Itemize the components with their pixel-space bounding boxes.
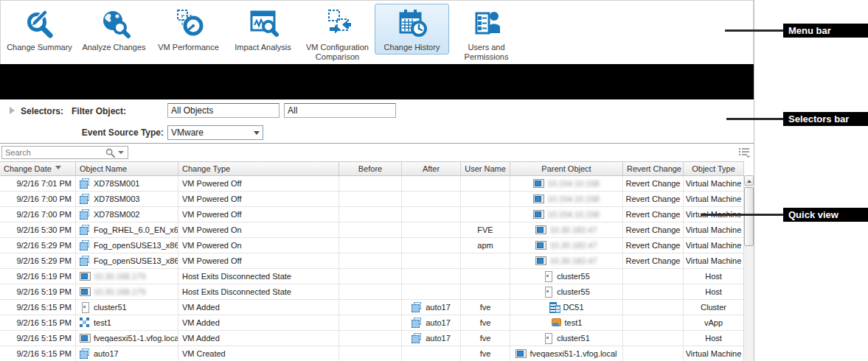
cell bbox=[339, 331, 402, 346]
cell: Fog_openSUSE13_x86 bbox=[76, 238, 178, 253]
column-header-before[interactable]: Before bbox=[339, 162, 402, 175]
column-chooser-icon[interactable] bbox=[738, 147, 750, 158]
host-icon bbox=[535, 256, 546, 266]
revert-change-link[interactable]: Revert Change bbox=[623, 192, 684, 206]
column-header-user-name[interactable]: User Name bbox=[461, 162, 510, 175]
search-icon[interactable] bbox=[105, 148, 115, 158]
revert-change-link[interactable]: Revert Change bbox=[623, 238, 684, 253]
event-source-type-select[interactable]: VMware bbox=[167, 125, 263, 140]
search-options-caret-icon[interactable] bbox=[118, 151, 124, 154]
cell: cluster51 bbox=[76, 300, 178, 315]
host-icon bbox=[535, 240, 546, 250]
menu-item-vm-configuration-comparison[interactable]: VM Configuration Comparison bbox=[300, 4, 375, 64]
filter-object-input-2[interactable] bbox=[284, 103, 396, 118]
event-source-type-label: Event Source Type: bbox=[72, 127, 164, 138]
cell-text: Fog_RHEL_6.0_EN_x64 bbox=[94, 222, 178, 237]
table-row[interactable]: 9/2/16 7:01 PMXD78SM001VM Powered Off10.… bbox=[0, 176, 744, 192]
cell: Fog_RHEL_6.0_EN_x64 bbox=[76, 222, 178, 237]
cell bbox=[339, 269, 402, 284]
revert-change-link[interactable]: Revert Change bbox=[623, 253, 684, 268]
table-row[interactable]: 9/2/16 5:15 PMfveqaesxi51-1.vfog.localVM… bbox=[0, 331, 744, 346]
cell: 9/2/16 7:01 PM bbox=[0, 176, 76, 191]
cluster-icon bbox=[543, 271, 554, 281]
menu-item-analyze-changes[interactable]: Analyze Changes bbox=[77, 4, 151, 55]
menu-item-change-history[interactable]: Change History bbox=[375, 4, 449, 55]
cell bbox=[339, 253, 402, 268]
revert-change-link[interactable]: Revert Change bbox=[623, 207, 684, 222]
host-icon bbox=[533, 209, 544, 220]
vertical-scrollbar[interactable] bbox=[743, 175, 754, 361]
menu-item-users-and-permissions[interactable]: Users and Permissions bbox=[449, 4, 524, 64]
cell bbox=[623, 346, 684, 361]
table-row[interactable]: 9/2/16 5:19 PM10.30.168.179Host Exits Di… bbox=[0, 269, 744, 284]
cell bbox=[402, 346, 461, 361]
column-header-object-name[interactable]: Object Name bbox=[76, 162, 178, 175]
menu-item-impact-analysis[interactable]: Impact Analysis bbox=[226, 4, 300, 55]
cell-text: auto17 bbox=[94, 346, 119, 361]
calendar-clock-icon bbox=[395, 7, 429, 41]
selectors-bar: Selectors: Filter Object: Event Source T… bbox=[0, 99, 754, 144]
menu-bar-callout-line bbox=[725, 29, 784, 32]
table-row[interactable]: 9/2/16 5:15 PMtest1VM Addedauto17fvetest… bbox=[0, 315, 744, 331]
scroll-up-button[interactable] bbox=[744, 175, 754, 186]
table-row[interactable]: 9/2/16 7:00 PMXD78SM002VM Powered Off10.… bbox=[0, 207, 744, 222]
revert-change-link[interactable]: Revert Change bbox=[623, 222, 684, 237]
vm-icon bbox=[80, 240, 91, 250]
cell: apm bbox=[461, 238, 510, 253]
cell bbox=[339, 176, 402, 191]
cell: cluster51 bbox=[510, 331, 623, 346]
cell bbox=[623, 269, 684, 284]
cell: VM Powered Off bbox=[178, 176, 339, 191]
vm-compare-arrows-icon bbox=[321, 7, 355, 41]
menu-item-vm-performance[interactable]: VM Performance bbox=[151, 4, 226, 55]
cell bbox=[461, 207, 510, 222]
column-header-change-type[interactable]: Change Type bbox=[178, 162, 339, 175]
column-header-parent-object[interactable]: Parent Object bbox=[510, 162, 623, 175]
table-row[interactable]: 9/2/16 5:29 PMFog_openSUSE13_x86VM Power… bbox=[0, 238, 744, 253]
cell-text: 10.30.168.179 bbox=[94, 284, 145, 299]
search-input[interactable] bbox=[2, 147, 105, 158]
cell-text: XD78SM002 bbox=[94, 207, 139, 222]
selectors-bar-callout-line bbox=[726, 118, 784, 120]
host-icon bbox=[515, 348, 527, 359]
menu-item-label: VM Performance bbox=[158, 43, 219, 52]
table-row[interactable]: 9/2/16 7:00 PMXD78SM003VM Powered Off10.… bbox=[0, 192, 744, 207]
column-header-object-type[interactable]: Object Type bbox=[684, 162, 744, 175]
revert-change-link[interactable]: Revert Change bbox=[623, 176, 684, 191]
quick-view-callout-line bbox=[701, 214, 784, 216]
cell-text: cluster51 bbox=[94, 300, 127, 315]
table-row[interactable]: 9/2/16 5:15 PMauto17VM Createdfvefveqaes… bbox=[0, 346, 744, 361]
column-header-change-date[interactable]: Change Date bbox=[0, 162, 76, 175]
event-source-type-value: VMware bbox=[171, 127, 204, 138]
cell: 10.154.10.158 bbox=[510, 176, 623, 191]
cell: FVE bbox=[461, 222, 510, 237]
menu-item-change-summary[interactable]: Change Summary bbox=[2, 4, 77, 55]
cell: test1 bbox=[76, 315, 178, 330]
table-row[interactable]: 9/2/16 5:29 PMFog_openSUSE13_x86VM Power… bbox=[0, 253, 744, 269]
scrollbar-thumb[interactable] bbox=[744, 187, 754, 246]
filter-object-input-1[interactable] bbox=[167, 103, 280, 118]
cell bbox=[339, 222, 402, 237]
cell: fveqaesxi51-1.vfog.local bbox=[510, 346, 623, 361]
host-icon bbox=[535, 225, 546, 235]
column-header-revert-change[interactable]: Revert Change bbox=[623, 162, 684, 175]
cell: 10.154.10.158 bbox=[510, 207, 623, 222]
cell: VM Powered Off bbox=[178, 207, 339, 222]
expander-icon[interactable] bbox=[10, 107, 15, 114]
cell: 10.30.168.179 bbox=[76, 269, 178, 284]
change-history-screen: Change Summary Analyze Changes bbox=[0, 0, 868, 361]
cell-text: 10.154.10.158 bbox=[547, 176, 599, 191]
cell bbox=[339, 207, 402, 222]
table-row[interactable]: 9/2/16 5:15 PMcluster51VM Addedauto17fve… bbox=[0, 300, 744, 315]
cell: Virtual Machine bbox=[684, 192, 744, 206]
cell: auto17 bbox=[402, 315, 461, 330]
cell bbox=[402, 222, 461, 237]
cell: vApp bbox=[684, 315, 744, 330]
column-header-after[interactable]: After bbox=[402, 162, 461, 175]
cell bbox=[461, 192, 510, 206]
cell-text: auto17 bbox=[426, 300, 451, 315]
cell: fve bbox=[461, 315, 510, 330]
table-row[interactable]: 9/2/16 5:19 PM10.30.168.179Host Exits Di… bbox=[0, 284, 744, 300]
cell bbox=[461, 176, 510, 191]
table-row[interactable]: 9/2/16 5:30 PMFog_RHEL_6.0_EN_x64VM Powe… bbox=[0, 222, 744, 238]
